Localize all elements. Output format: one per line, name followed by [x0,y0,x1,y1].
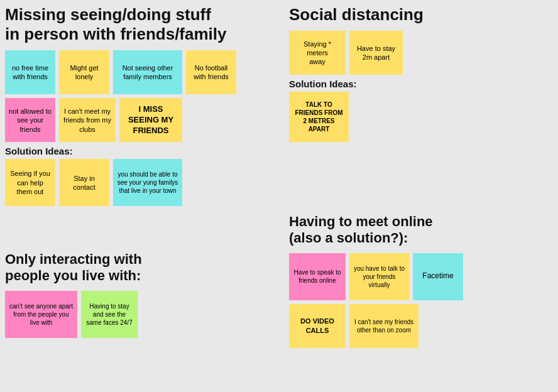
sticky-no-free-time: no free time with friends [5,50,55,94]
online-section: Having to meet online(also a solution?):… [289,214,547,352]
sticky-lonely: Might get lonely [59,50,109,94]
sticky-2m-apart: Have to stay 2m apart [349,31,403,75]
sticky-not-allowed: not allowed to see your friends [5,98,55,142]
social-title: Social distancing [289,5,540,24]
sticky-no-football: No football with friends [186,50,236,94]
sticky-see-yung-family: you should be able to see your yung fami… [113,159,182,206]
missing-solution-label: Solution Ideas: [5,146,275,156]
missing-row1: no free time with friends Might get lone… [5,50,275,94]
only-row1: can't see anyone apart from the people y… [5,291,250,338]
online-title: Having to meet online(also a solution?): [289,214,547,247]
sticky-staying-meters: Staying *metersaway [289,31,346,75]
only-title: Only interacting withpeople you live wit… [5,251,250,285]
missing-solutions: Seeing if you can help them out Stay in … [5,159,275,206]
sticky-cant-meet-clubs: I can't meet my friends from my clubs [59,98,116,142]
page: Missing seeing/doing stuffin person with… [0,0,558,392]
only-section: Only interacting withpeople you live wit… [5,251,250,342]
social-section: Social distancing Staying *metersaway Ha… [289,5,540,146]
sticky-facetime: Facetime [413,253,463,300]
social-row1: Staying *metersaway Have to stay 2m apar… [289,31,540,75]
missing-row2: not allowed to see your friends I can't … [5,98,275,142]
sticky-cant-see-zoom: I can't see my friends other than on zoo… [349,304,418,348]
missing-section: Missing seeing/doing stuffin person with… [5,5,275,210]
missing-title: Missing seeing/doing stuffin person with… [5,5,275,44]
online-row2: DO VIDEO CALLS I can't see my friends ot… [289,304,547,348]
sticky-same-faces: Having to stay and see the same faces 24… [81,291,138,338]
sticky-stay-contact: Stay in contact [59,159,109,206]
sticky-video-calls: DO VIDEO CALLS [289,304,346,348]
online-row1: Have to speak to friends online you have… [289,253,547,300]
social-solution-label: Solution Ideas: [289,79,540,89]
sticky-help-out: Seeing if you can help them out [5,159,55,206]
sticky-talk-virtually: you have to talk to your friends virtual… [349,253,409,300]
sticky-miss-friends: I MISS SEEING MY FRIENDS [119,98,182,142]
sticky-speak-online: Have to speak to friends online [289,253,346,300]
sticky-cant-see-anyone: can't see anyone apart from the people y… [5,291,77,338]
social-solutions: TALK TO FRIENDS FROM 2 METRES APART [289,92,540,142]
sticky-not-seeing-family: Not seeing other family members [113,50,182,94]
sticky-talk-2metres: TALK TO FRIENDS FROM 2 METRES APART [289,92,349,142]
